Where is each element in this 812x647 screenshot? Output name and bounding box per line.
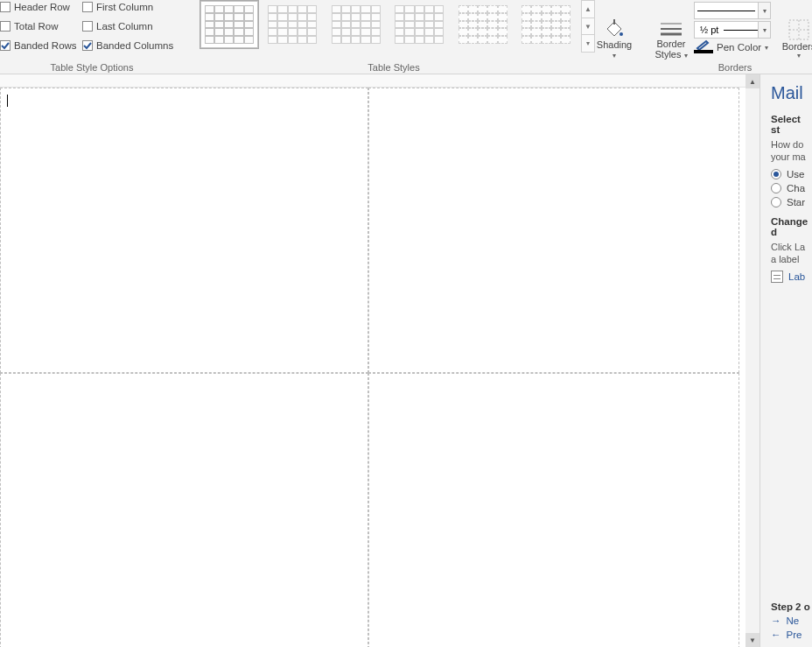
chevron-down-icon: ▾ (684, 52, 688, 60)
chevron-down-icon: ▾ (612, 52, 616, 60)
checkbox-label: Total Row (14, 21, 59, 32)
checkbox-last-column[interactable]: Last Column (82, 21, 153, 32)
table-cell[interactable] (368, 373, 739, 647)
page[interactable] (0, 88, 739, 647)
group-label: Table Styles (188, 62, 599, 73)
shading-button[interactable]: Shading ▾ (593, 0, 635, 60)
group-borders: Border Styles ▾ ▾ ½ pt ▾ Pen Color ▾ Bor… (652, 0, 812, 74)
table-styles-gallery (200, 0, 576, 53)
pane-title: Mail (771, 83, 812, 103)
style-thumb-2[interactable] (263, 0, 323, 49)
radio-icon (771, 197, 781, 207)
checkbox-icon (0, 2, 10, 12)
checkbox-label: Banded Columns (96, 40, 173, 51)
scroll-track[interactable] (746, 88, 760, 633)
checkbox-label: Banded Rows (14, 40, 77, 51)
select-help: How do your ma (771, 138, 812, 164)
checkbox-icon (0, 40, 10, 51)
bucket-icon (604, 17, 625, 38)
radio-label: Use (787, 169, 804, 179)
chevron-down-icon: ▾ (758, 3, 770, 18)
group-table-style-options: Header Row Total Row Banded Rows First C… (0, 0, 184, 74)
style-thumb-4[interactable] (390, 0, 450, 49)
radio-label: Star (787, 197, 805, 207)
document-area (0, 74, 760, 647)
gallery-scroll-up[interactable]: ▲ (582, 1, 594, 18)
checkbox-icon (82, 2, 93, 12)
label-icon (771, 271, 783, 283)
select-heading: Select st (771, 114, 812, 135)
shading-label: Shading (597, 39, 632, 50)
group-label: Borders (652, 62, 812, 73)
scroll-up-button[interactable]: ▲ (746, 74, 760, 88)
borders-icon (788, 18, 810, 41)
scroll-down-button[interactable]: ▼ (746, 633, 760, 647)
border-weight-combo[interactable]: ½ pt ▾ (694, 21, 771, 39)
radio-change-layout[interactable]: Cha (771, 183, 812, 193)
border-weight-value: ½ pt (700, 25, 718, 35)
chevron-down-icon: ▾ (758, 22, 770, 38)
group-table-styles: ▲ ▼ ▾ Table Styles (188, 0, 599, 74)
style-thumb-5[interactable] (453, 0, 513, 49)
checkbox-first-column[interactable]: First Column (82, 2, 153, 12)
link-text: Ne (787, 615, 800, 626)
change-help: Click La a label (771, 241, 812, 266)
ribbon: Header Row Total Row Banded Rows First C… (0, 0, 812, 74)
checkbox-label: Header Row (14, 2, 70, 12)
chevron-down-icon: ▾ (797, 52, 801, 60)
style-thumb-3[interactable] (326, 0, 386, 49)
svg-point-0 (620, 32, 623, 36)
radio-use-current[interactable]: Use (771, 169, 812, 179)
border-styles-icon (659, 19, 683, 39)
checkbox-icon (0, 21, 10, 32)
border-styles-label-2: Styles (654, 49, 681, 60)
checkbox-total-row[interactable]: Total Row (0, 21, 59, 32)
line-preview (724, 30, 758, 31)
line-preview (697, 11, 755, 11)
pen-color-button[interactable]: Pen Color ▾ (694, 41, 768, 53)
text-cursor (7, 95, 8, 107)
chevron-down-icon: ▾ (765, 44, 768, 52)
table-cell[interactable] (368, 88, 739, 373)
style-thumb-1[interactable] (200, 0, 259, 49)
step-heading: Step 2 o (771, 601, 812, 612)
checkbox-icon (82, 40, 93, 51)
pen-color-label: Pen Color (717, 42, 761, 53)
arrow-left-icon: ← (771, 629, 781, 640)
group-label: Table Style Options (0, 62, 184, 73)
radio-icon (771, 169, 781, 179)
wizard-prev-link[interactable]: ← Pre (771, 629, 812, 640)
checkbox-header-row[interactable]: Header Row (0, 2, 70, 12)
pen-icon (696, 39, 711, 50)
checkbox-label: Last Column (96, 21, 153, 32)
wizard-step-nav: Step 2 o → Ne ← Pre (771, 601, 812, 647)
table-cell[interactable] (0, 373, 368, 647)
style-thumb-6[interactable] (517, 0, 577, 49)
checkbox-banded-rows[interactable]: Banded Rows (0, 40, 77, 51)
checkbox-banded-columns[interactable]: Banded Columns (82, 40, 173, 51)
radio-start-from[interactable]: Star (771, 197, 812, 207)
borders-label: Borders (782, 41, 812, 52)
label-options-link[interactable]: Lab (771, 271, 812, 283)
link-text: Pre (787, 629, 802, 640)
border-styles-label-1: Border (656, 39, 685, 49)
radio-icon (771, 183, 781, 193)
vertical-scrollbar[interactable]: ▲ ▼ (746, 74, 760, 647)
wizard-next-link[interactable]: → Ne (771, 615, 812, 626)
pen-color-swatch (694, 41, 713, 53)
link-text: Lab (788, 271, 805, 282)
borders-button[interactable]: Borders ▾ (780, 0, 812, 60)
arrow-right-icon: → (771, 615, 781, 626)
border-styles-button[interactable]: Border Styles ▾ (652, 0, 690, 60)
svg-rect-4 (789, 20, 808, 39)
border-line-style-combo[interactable]: ▾ (694, 2, 771, 19)
table-cell[interactable] (0, 88, 368, 373)
gallery-expand[interactable]: ▾ (582, 35, 594, 52)
checkbox-icon (82, 21, 93, 32)
gallery-scroll-down[interactable]: ▼ (582, 18, 594, 36)
change-heading: Change d (771, 216, 812, 237)
ruler[interactable] (0, 74, 760, 88)
mail-merge-pane: Mail Select st How do your ma Use Cha St… (760, 74, 812, 647)
radio-label: Cha (787, 183, 805, 193)
checkbox-label: First Column (96, 2, 153, 12)
